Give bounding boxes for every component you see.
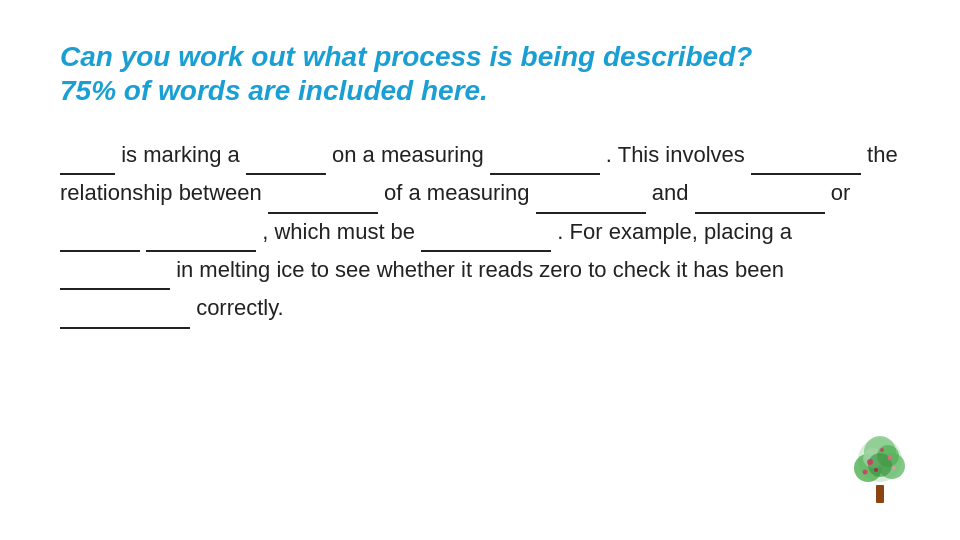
blank-5 (268, 175, 378, 213)
svg-point-8 (867, 459, 873, 465)
blank-7 (695, 175, 825, 213)
blank-1 (60, 137, 115, 175)
title-line2: 75% of words are included here. (60, 74, 900, 108)
tree-icon (840, 430, 920, 510)
blank-12 (60, 290, 190, 328)
svg-point-13 (863, 470, 868, 475)
svg-rect-0 (876, 485, 884, 503)
text-segment-1: is marking a (121, 142, 246, 167)
text-segment-7: or (831, 180, 851, 205)
blank-2 (246, 137, 326, 175)
text-segment-9: , which must be (262, 219, 421, 244)
tree-decoration (840, 430, 920, 510)
blank-9 (146, 214, 256, 252)
title-section: Can you work out what process is being d… (60, 40, 900, 107)
main-container: Can you work out what process is being d… (0, 0, 960, 540)
text-segment-2: on a measuring (332, 142, 490, 167)
text-segment-12: correctly. (196, 295, 284, 320)
text-segment-5: of a measuring (384, 180, 536, 205)
title-line1: Can you work out what process is being d… (60, 40, 900, 74)
text-segment-10: . For example, placing a (557, 219, 792, 244)
blank-8 (60, 214, 140, 252)
blank-11 (60, 252, 170, 290)
svg-point-9 (888, 456, 893, 461)
svg-point-11 (874, 468, 878, 472)
svg-point-12 (892, 466, 896, 470)
text-segment-11: in melting ice to see whether it reads z… (176, 257, 784, 282)
text-segment-6: and (652, 180, 695, 205)
blank-4 (751, 137, 861, 175)
svg-point-10 (880, 448, 884, 452)
blank-10 (421, 214, 551, 252)
blank-6 (536, 175, 646, 213)
body-text: is marking a on a measuring . This invol… (60, 137, 900, 328)
text-segment-3: . This involves (606, 142, 751, 167)
blank-3 (490, 137, 600, 175)
